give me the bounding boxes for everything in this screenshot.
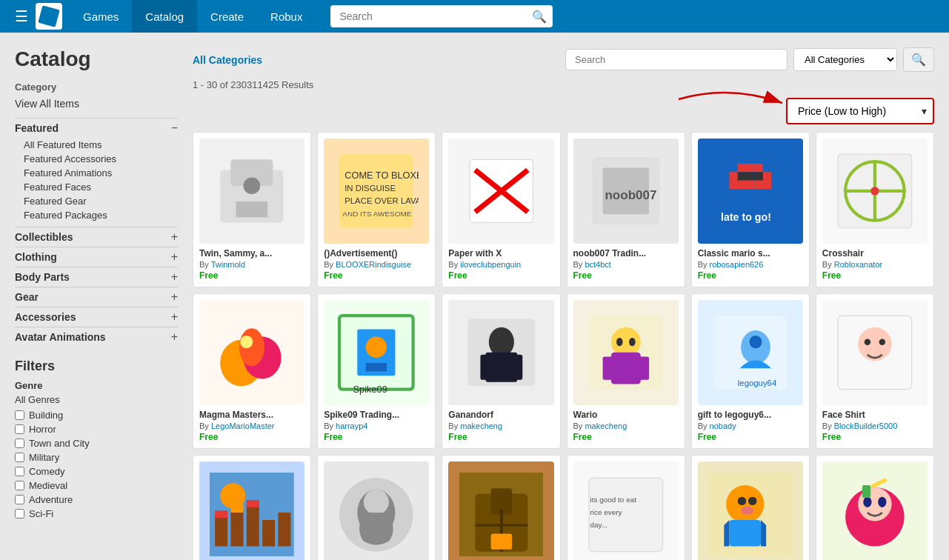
item-name-6: Magma Masters... xyxy=(199,410,304,420)
gear-label: Gear xyxy=(15,291,39,303)
item-card-1[interactable]: COME TO BLOXER IN DISGUISE PLACE OVER LA… xyxy=(317,132,436,287)
svg-text:legoguy64: legoguy64 xyxy=(738,379,776,388)
svg-rect-71 xyxy=(215,510,227,518)
item-price-5: Free xyxy=(822,270,928,281)
roblox-logo[interactable] xyxy=(36,3,62,30)
item-card-8[interactable]: Ganandorf By makecheng Free xyxy=(442,293,560,449)
item-thumb-1: COME TO BLOXER IN DISGUISE PLACE OVER LA… xyxy=(324,139,429,244)
catalog-search-input[interactable] xyxy=(565,49,787,70)
genre-filter-label: Genre xyxy=(15,380,178,391)
item-name-9: Wario xyxy=(573,410,679,420)
nav-search-icon[interactable]: 🔍 xyxy=(532,10,547,24)
item-card-15[interactable]: its good to eat rice every day... its go… xyxy=(567,455,685,560)
adventure-checkbox[interactable] xyxy=(15,495,24,504)
item-card-17[interactable]: Link kirby By unknown Free xyxy=(816,455,934,560)
breadcrumb-area: All Categories xyxy=(193,54,262,66)
featured-collapse-icon[interactable]: − xyxy=(171,121,178,135)
item-author-2: By iloveclubpenguin xyxy=(448,260,553,269)
medieval-checkbox[interactable] xyxy=(15,481,24,490)
svg-rect-93 xyxy=(729,520,761,547)
building-checkbox[interactable] xyxy=(15,410,24,420)
svg-text:PLACE OVER LAVA: PLACE OVER LAVA xyxy=(345,196,419,205)
gear-expand-icon: + xyxy=(171,290,178,304)
item-card-13[interactable]: mining helmet By unknown Free xyxy=(317,455,436,560)
svg-point-35 xyxy=(870,187,879,195)
featured-all-items[interactable]: All Featured Items xyxy=(24,138,178,152)
genre-building[interactable]: Building xyxy=(15,408,178,422)
item-card-0[interactable]: Twin, Sammy, a... By Twinmold Free xyxy=(193,132,311,287)
svg-text:IN DISGUISE: IN DISGUISE xyxy=(345,184,396,193)
item-card-6[interactable]: Magma Masters... By LegoMarioMaster Free xyxy=(193,293,311,449)
category-clothing[interactable]: Clothing + xyxy=(15,247,178,267)
scifi-checkbox[interactable] xyxy=(15,509,24,519)
item-card-5[interactable]: Crosshair By Robloxanator Free xyxy=(816,132,934,287)
category-section-label: Category xyxy=(15,81,178,93)
nav-robux[interactable]: Robux xyxy=(257,0,316,33)
item-card-4[interactable]: late to go! Classic mario s... By robosa… xyxy=(691,132,810,287)
featured-faces[interactable]: Featured Faces xyxy=(24,180,178,194)
nav-games[interactable]: Games xyxy=(70,0,132,33)
category-avatar-animations[interactable]: Avatar Animations + xyxy=(15,327,178,347)
featured-gear[interactable]: Featured Gear xyxy=(24,194,178,208)
item-author-7: By harrayp4 xyxy=(324,421,429,430)
military-checkbox[interactable] xyxy=(15,453,24,462)
item-thumb-10: legoguy64 xyxy=(698,300,803,405)
logo-icon xyxy=(38,5,59,27)
catalog-search-button[interactable]: 🔍 xyxy=(903,47,934,72)
item-thumb-15: its good to eat rice every day... xyxy=(573,461,679,560)
svg-point-91 xyxy=(748,496,756,504)
view-all-items[interactable]: View All Items xyxy=(15,96,178,112)
nav-search-input[interactable] xyxy=(330,5,553,27)
item-price-6: Free xyxy=(199,432,304,442)
item-thumb-13 xyxy=(324,461,429,560)
comedy-label: Comedy xyxy=(29,466,64,477)
item-card-9[interactable]: Wario By makecheng Free xyxy=(567,293,685,449)
genre-adventure[interactable]: Adventure xyxy=(15,493,178,507)
featured-header[interactable]: Featured − xyxy=(15,118,178,138)
hamburger-menu[interactable]: ☰ xyxy=(7,7,36,25)
horror-checkbox[interactable] xyxy=(15,424,24,434)
item-name-8: Ganandorf xyxy=(448,410,553,420)
genre-comedy[interactable]: Comedy xyxy=(15,464,178,479)
category-accessories[interactable]: Accessories + xyxy=(15,307,178,327)
accessories-expand-icon: + xyxy=(171,310,178,324)
nav-create[interactable]: Create xyxy=(197,0,257,33)
genre-horror[interactable]: Horror xyxy=(15,422,178,436)
svg-text:AND ITS AWESOME: AND ITS AWESOME xyxy=(343,210,412,218)
item-price-10: Free xyxy=(698,432,803,442)
body-parts-expand-icon: + xyxy=(171,270,178,284)
featured-accessories[interactable]: Featured Accessories xyxy=(24,152,178,166)
item-author-4: By robosapien626 xyxy=(698,260,803,269)
category-select[interactable]: All Categories Clothing Accessories Gear xyxy=(793,48,897,71)
item-card-10[interactable]: legoguy64 gift to legoguy6... By nobady … xyxy=(691,293,810,449)
category-body-parts[interactable]: Body Parts + xyxy=(15,267,178,287)
item-card-3[interactable]: noob007 noob007 Tradin... By bct4bct Fre… xyxy=(567,132,685,287)
item-card-7[interactable]: Spike09 Spike09 Trading... By harrayp4 F… xyxy=(317,293,436,449)
item-card-16[interactable]: bowser pacma... By unknown Free xyxy=(691,455,810,560)
item-thumb-0 xyxy=(199,139,304,244)
featured-packages[interactable]: Featured Packages xyxy=(24,208,178,222)
genre-medieval[interactable]: Medieval xyxy=(15,479,178,493)
item-card-12[interactable]: mario By unknown Free xyxy=(193,455,311,560)
breadcrumb[interactable]: All Categories xyxy=(193,54,262,66)
item-card-2[interactable]: Paper with X By iloveclubpenguin Free xyxy=(442,132,560,287)
sort-select-wrapper: Price (Low to High) Price (High to Low) … xyxy=(786,98,934,124)
featured-animations[interactable]: Featured Animations xyxy=(24,166,178,180)
nav-catalog[interactable]: Catalog xyxy=(132,0,197,33)
item-card-14[interactable]: Bomber Jacket By unknown Free xyxy=(442,455,560,560)
genre-military[interactable]: Military xyxy=(15,450,178,464)
svg-rect-29 xyxy=(763,181,771,189)
category-collectibles[interactable]: Collectibles + xyxy=(15,227,178,247)
genre-scifi[interactable]: Sci-Fi xyxy=(15,507,178,521)
comedy-checkbox[interactable] xyxy=(15,467,24,476)
category-gear[interactable]: Gear + xyxy=(15,287,178,307)
sort-select[interactable]: Price (Low to High) Price (High to Low) … xyxy=(786,98,934,124)
svg-rect-25 xyxy=(729,181,737,189)
item-name-1: ()Advertisement() xyxy=(324,248,429,259)
item-card-11[interactable]: Face Shirt By BlockBuilder5000 Free xyxy=(816,293,934,449)
item-price-7: Free xyxy=(324,432,429,442)
town-city-checkbox[interactable] xyxy=(15,439,24,448)
all-genres-option[interactable]: All Genres xyxy=(15,394,178,405)
scifi-label: Sci-Fi xyxy=(29,508,53,519)
genre-town-and-city[interactable]: Town and City xyxy=(15,436,178,450)
